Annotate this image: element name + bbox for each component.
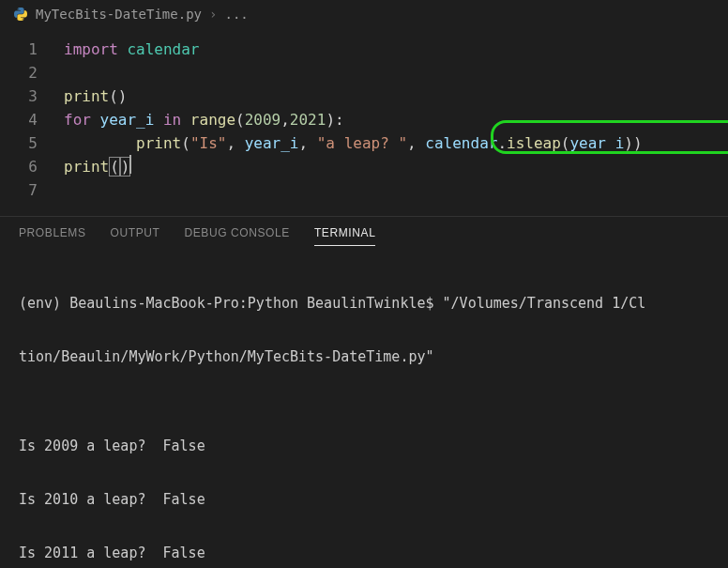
breadcrumb-file[interactable]: MyTecBits-DateTime.py [36, 7, 202, 22]
panel-tabs: PROBLEMS OUTPUT DEBUG CONSOLE TERMINAL [0, 217, 728, 246]
tab-terminal[interactable]: TERMINAL [314, 226, 375, 246]
line-number: 5 [0, 131, 38, 155]
line-number: 6 [0, 155, 38, 178]
code-content[interactable]: import calendar print() for year_i in ra… [54, 38, 728, 216]
terminal-line: Is 2011 a leap? False [19, 545, 709, 562]
line-number-gutter: 1 2 3 4 5 6 7 [0, 38, 54, 216]
code-line-5[interactable]: print("Is", year_i, "a leap? ", calendar… [64, 131, 728, 155]
code-line-3[interactable]: print() [64, 84, 728, 108]
tab-output[interactable]: OUTPUT [111, 226, 160, 246]
terminal-line: tion/Beaulin/MyWork/Python/MyTecBits-Dat… [19, 348, 709, 366]
code-line-1[interactable]: import calendar [64, 38, 728, 61]
terminal-line: Is 2010 a leap? False [19, 491, 709, 509]
bracket-match-open: ( [109, 157, 120, 177]
chevron-right-icon: › [209, 7, 217, 22]
python-icon [13, 7, 28, 22]
bottom-panel: PROBLEMS OUTPUT DEBUG CONSOLE TERMINAL (… [0, 216, 728, 568]
line-number: 2 [0, 61, 38, 84]
code-line-7[interactable] [64, 178, 728, 202]
terminal-line: Is 2009 a leap? False [19, 438, 709, 455]
code-line-6[interactable]: print() [64, 155, 728, 178]
terminal-output[interactable]: (env) Beaulins-MacBook-Pro:Python Beauli… [0, 246, 728, 568]
tab-debug-console[interactable]: DEBUG CONSOLE [184, 226, 290, 246]
text-cursor [129, 155, 131, 174]
code-line-2[interactable] [64, 61, 728, 84]
line-number: 7 [0, 178, 38, 202]
code-line-4[interactable]: for year_i in range(2009,2021): [64, 108, 728, 131]
line-number: 3 [0, 84, 38, 108]
line-number: 4 [0, 108, 38, 131]
tab-problems[interactable]: PROBLEMS [19, 226, 86, 246]
terminal-line: (env) Beaulins-MacBook-Pro:Python Beauli… [19, 295, 709, 313]
breadcrumb-ellipsis[interactable]: ... [224, 7, 248, 22]
code-editor[interactable]: 1 2 3 4 5 6 7 import calendar print() fo… [0, 28, 728, 216]
line-number: 1 [0, 38, 38, 61]
breadcrumb: MyTecBits-DateTime.py › ... [0, 0, 728, 28]
